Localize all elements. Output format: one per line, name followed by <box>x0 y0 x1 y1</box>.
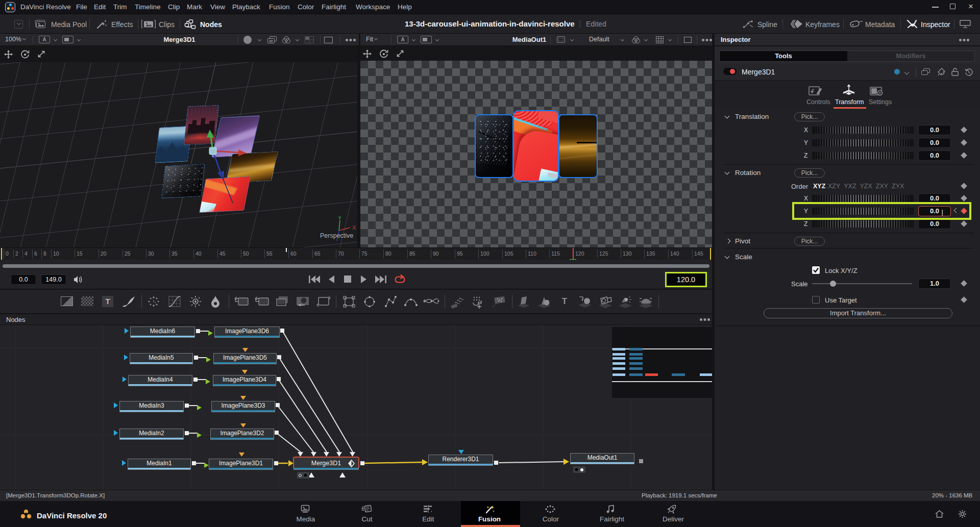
svg-text:Y: Y <box>338 216 342 221</box>
svg-text:X: X <box>352 224 356 231</box>
